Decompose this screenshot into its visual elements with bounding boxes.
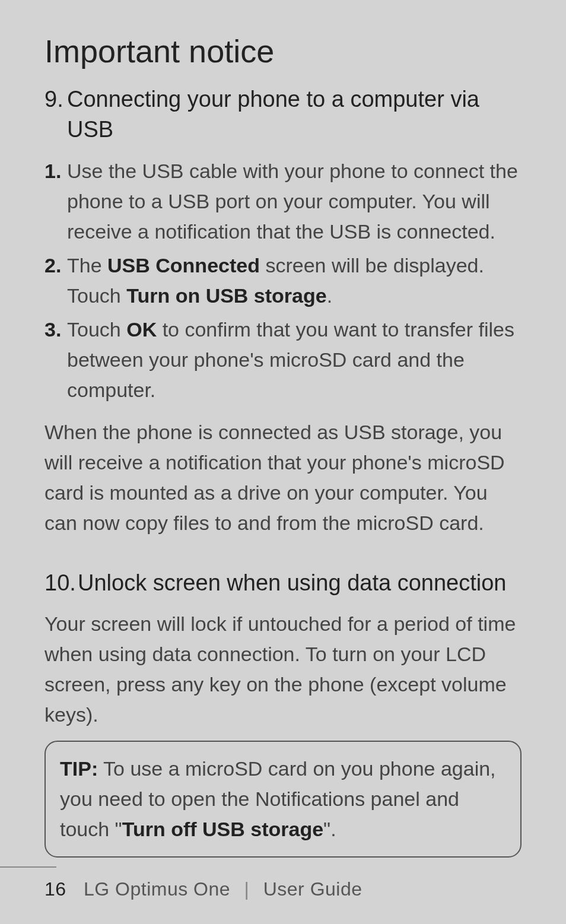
footer-separator: | xyxy=(244,878,249,900)
footer-doc: User Guide xyxy=(263,878,363,900)
step-2-bold-2: Turn on USB storage xyxy=(126,284,327,307)
step-1-number: 1. xyxy=(44,156,61,186)
section-9-heading: 9.Connecting your phone to a computer vi… xyxy=(44,84,522,145)
step-3-number: 3. xyxy=(44,315,61,345)
step-1: 1. Use the USB cable with your phone to … xyxy=(44,156,522,247)
step-2-suffix: . xyxy=(327,284,332,307)
tip-bold: Turn off USB storage xyxy=(122,818,323,840)
manual-page: Important notice 9.Connecting your phone… xyxy=(0,0,566,924)
page-title: Important notice xyxy=(44,33,522,69)
tip-suffix: ". xyxy=(323,818,336,840)
step-2-number: 2. xyxy=(44,250,61,281)
section-10-title: Unlock screen when using data connection xyxy=(78,568,518,598)
step-2-prefix: The xyxy=(67,254,107,277)
footer-text: 16 LG Optimus One | User Guide xyxy=(0,878,566,900)
tip-label: TIP: xyxy=(60,757,98,780)
page-number: 16 xyxy=(44,878,66,900)
page-footer: 16 LG Optimus One | User Guide xyxy=(0,866,566,900)
tip-box: TIP: To use a microSD card on you phone … xyxy=(44,741,522,858)
section-9-steps: 1. Use the USB cable with your phone to … xyxy=(44,156,522,409)
section-10-heading: 10.Unlock screen when using data connect… xyxy=(44,568,522,598)
section-10-paragraph: Your screen will lock if untouched for a… xyxy=(44,609,522,730)
footer-product: LG Optimus One xyxy=(84,878,230,900)
step-2: 2. The USB Connected screen will be disp… xyxy=(44,250,522,311)
section-9-number: 9. xyxy=(44,84,67,115)
step-2-bold-1: USB Connected xyxy=(107,254,260,277)
step-3-bold: OK xyxy=(126,318,157,341)
step-3-prefix: Touch xyxy=(67,318,126,341)
footer-rule xyxy=(0,866,56,868)
section-9-title: Connecting your phone to a computer via … xyxy=(67,84,518,145)
step-3: 3. Touch OK to confirm that you want to … xyxy=(44,315,522,405)
section-9-paragraph: When the phone is connected as USB stora… xyxy=(44,417,522,538)
section-10-number: 10. xyxy=(44,568,78,598)
step-1-text: Use the USB cable with your phone to con… xyxy=(67,160,518,243)
